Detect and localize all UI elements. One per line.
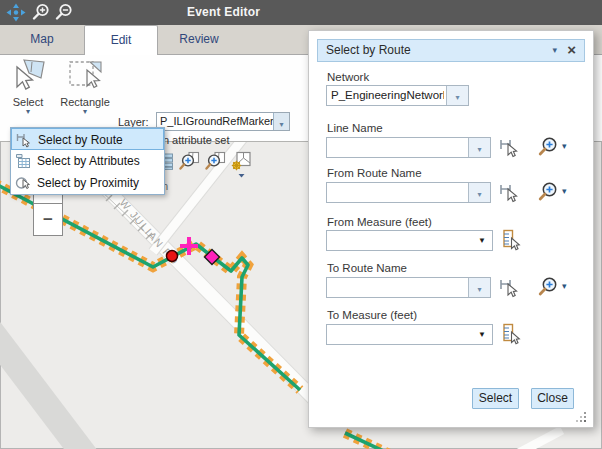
chevron-down-icon[interactable]: ▼ <box>478 325 486 344</box>
network-combobox[interactable]: P_EngineeringNetwork ▾ <box>326 85 469 106</box>
select-by-route-icon <box>16 132 32 148</box>
zoom-to-selection-icon[interactable] <box>179 151 200 172</box>
from-measure-combobox[interactable]: ▼ <box>326 230 493 251</box>
menu-item-select-by-route[interactable]: Select by Route <box>11 128 164 150</box>
from-route-dropdown-button[interactable]: ▾ <box>468 183 490 202</box>
app-title: Event Editor <box>187 0 260 25</box>
chevron-down-icon: ▾ <box>477 145 481 154</box>
to-measure-combobox[interactable]: ▼ <box>326 324 493 345</box>
zoom-options-arrow-icon[interactable]: ▾ <box>562 281 567 291</box>
from-route-name-combobox[interactable]: ▾ <box>326 182 491 203</box>
from-route-name-label: From Route Name <box>327 167 422 179</box>
network-dropdown-button[interactable]: ▾ <box>446 86 468 105</box>
panel-title: Select by Route <box>326 40 411 61</box>
rectangle-tool-button[interactable]: Rectangle ▾ <box>54 57 116 115</box>
layer-value: P_ILIGroundRefMarkers <box>160 113 273 130</box>
panel-collapse-arrow-icon[interactable]: ▾ <box>552 40 557 61</box>
road-bottom-sliver <box>515 430 562 449</box>
road-wide-gray <box>0 330 90 449</box>
select-route-on-map-icon[interactable] <box>498 276 520 298</box>
layer-dropdown-button[interactable]: ▾ <box>273 113 289 130</box>
line-name-dropdown-button[interactable]: ▾ <box>468 138 490 157</box>
to-route-name-combobox[interactable]: ▾ <box>326 277 491 298</box>
select-by-proximity-icon <box>15 175 31 191</box>
pick-measure-ruler-icon[interactable] <box>501 323 523 345</box>
zoom-in-icon[interactable] <box>31 3 51 22</box>
to-route-dropdown-button[interactable]: ▾ <box>468 278 490 297</box>
select-tool-dropdown-arrow[interactable]: ▾ <box>4 108 52 115</box>
event-editor-window: W JULIAN RD + − <box>0 0 602 449</box>
zoom-options-arrow-icon[interactable]: ▾ <box>562 141 567 151</box>
zoom-to-route-icon[interactable] <box>537 136 559 158</box>
chevron-down-icon: ▾ <box>477 285 481 294</box>
panel-resize-grip[interactable] <box>574 412 588 423</box>
zoom-to-route-icon[interactable] <box>537 181 559 203</box>
select-route-on-map-icon[interactable] <box>498 181 520 203</box>
menu-item-label: Select by Attributes <box>37 150 140 172</box>
select-route-on-map-icon[interactable] <box>498 136 520 158</box>
point-event-marker[interactable] <box>167 251 178 262</box>
chevron-down-icon: ▾ <box>477 190 481 199</box>
chevron-down-icon[interactable]: ▼ <box>478 231 486 250</box>
title-bar: Event Editor <box>0 0 602 25</box>
menu-item-label: Select by Proximity <box>37 172 139 194</box>
rectangle-tool-icon <box>67 57 103 91</box>
zoom-out-icon[interactable] <box>54 3 74 22</box>
zoom-options-arrow-icon[interactable]: ▾ <box>562 186 567 196</box>
rectangle-tool-dropdown-arrow[interactable]: ▾ <box>54 108 116 115</box>
select-tool-button[interactable]: Select ▾ <box>4 57 52 115</box>
pan-to-selection-icon[interactable] <box>205 151 226 172</box>
from-measure-label: From Measure (feet) <box>327 216 432 228</box>
selectable-layers-icon[interactable] <box>231 151 252 178</box>
chevron-down-icon: ▾ <box>455 93 459 102</box>
to-measure-label: To Measure (feet) <box>327 309 417 321</box>
line-name-combobox[interactable]: ▾ <box>326 137 491 158</box>
tab-map[interactable]: Map <box>0 25 84 54</box>
to-route-name-label: To Route Name <box>327 262 407 274</box>
menu-item-select-by-attributes[interactable]: Select by Attributes <box>11 150 164 172</box>
select-button[interactable]: Select <box>472 388 519 409</box>
line-name-label: Line Name <box>327 122 383 134</box>
panel-header[interactable]: Select by Route ▾ × <box>317 39 585 62</box>
layer-combobox[interactable]: P_ILIGroundRefMarkers ▾ <box>156 112 290 131</box>
close-button[interactable]: Close <box>531 388 574 409</box>
network-label: Network <box>327 71 369 83</box>
network-value: P_EngineeringNetwork <box>331 86 444 105</box>
menu-item-select-by-proximity[interactable]: Select by Proximity <box>11 172 164 194</box>
select-tool-icon <box>10 57 46 91</box>
select-tool-menu: Select by Route Select by Attributes Sel… <box>10 127 165 195</box>
tab-edit[interactable]: Edit <box>84 25 158 55</box>
tab-review[interactable]: Review <box>158 25 240 54</box>
zoom-to-route-icon[interactable] <box>537 276 559 298</box>
chevron-down-icon: ▾ <box>279 120 283 129</box>
pick-measure-ruler-icon[interactable] <box>501 229 523 251</box>
pan-icon[interactable] <box>6 3 26 22</box>
select-by-route-panel: Select by Route ▾ × Network P_Engineerin… <box>308 30 594 428</box>
panel-close-icon[interactable]: × <box>567 40 576 60</box>
zoom-out-button[interactable]: − <box>34 204 62 237</box>
menu-item-label: Select by Route <box>38 129 123 151</box>
select-by-attributes-icon <box>15 153 31 169</box>
